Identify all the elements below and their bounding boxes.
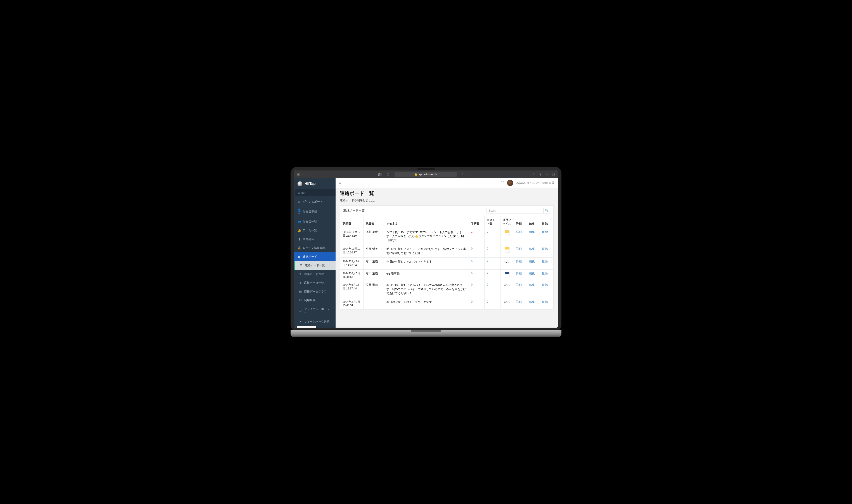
- comments-link[interactable]: 0: [487, 230, 488, 233]
- edit-link[interactable]: 編集: [529, 247, 535, 250]
- sidebar-toggle-icon[interactable]: ▣: [297, 173, 300, 176]
- file-xls-icon[interactable]: [505, 230, 509, 236]
- detail-link[interactable]: 詳細: [516, 283, 522, 286]
- cell-author: 稲田 道義: [364, 281, 384, 298]
- sidebar-item-terms[interactable]: ☑利用規約: [294, 296, 335, 305]
- url-bar[interactable]: 🔒 app.artindex.biz: [395, 172, 457, 177]
- col-delete: 削除: [540, 216, 553, 228]
- sidebar-item-employee-list[interactable]: 👥従業員一覧: [294, 217, 335, 226]
- sidebar-item-feedback[interactable]: ➤フィードバック送信: [294, 317, 335, 326]
- detail-link[interactable]: 詳細: [516, 260, 522, 263]
- sidebar-item-employee-add[interactable]: 👤+従業員登録: [294, 206, 335, 217]
- file-xls-icon[interactable]: [505, 247, 509, 253]
- sidebar-item-support-list[interactable]: ♥応援データ一覧: [294, 278, 335, 287]
- sidebar-item-board-create[interactable]: ✎連絡ボード作成: [294, 270, 335, 278]
- table-row: 2024年10月12日 16:26:37小泉 郁美明日から新しいメニューに変更に…: [341, 245, 553, 257]
- ack-link[interactable]: 0: [471, 272, 472, 275]
- cell-ack: 0: [469, 281, 485, 298]
- detail-link[interactable]: 詳細: [516, 300, 522, 303]
- ack-link[interactable]: 0: [471, 260, 472, 263]
- edit-link[interactable]: 編集: [529, 260, 535, 263]
- delete-link[interactable]: 削除: [542, 272, 548, 275]
- file-docx-icon[interactable]: [505, 272, 509, 277]
- panel-title: 連絡ボード一覧: [343, 209, 365, 213]
- cell-delete: 削除: [540, 245, 553, 257]
- sidebar-item-label: フィードバック送信: [304, 320, 330, 324]
- file-none: なし: [504, 300, 510, 303]
- new-tab-icon[interactable]: ＋: [545, 172, 549, 176]
- detail-link[interactable]: 詳細: [516, 247, 522, 250]
- cell-date: 2024年9月18日 14:26:34: [341, 257, 364, 270]
- edit-link[interactable]: 編集: [529, 300, 535, 303]
- comments-link[interactable]: 2: [487, 272, 488, 275]
- detail-link[interactable]: 詳細: [516, 231, 522, 234]
- sidebar-search-input[interactable]: [295, 189, 336, 196]
- user-plus-icon: 👤+: [298, 209, 301, 215]
- ack-link[interactable]: 0: [471, 283, 472, 286]
- cell-author: 河村 美世: [364, 228, 384, 245]
- sidebar-item-login-edit[interactable]: 🔒ログイン情報編集: [294, 244, 335, 252]
- comments-link[interactable]: 0: [487, 283, 488, 286]
- cell-comments: 0: [485, 298, 501, 309]
- reload-icon[interactable]: ↻: [462, 173, 465, 176]
- cell-detail: 詳細: [514, 281, 527, 298]
- edit-link[interactable]: 編集: [529, 231, 535, 234]
- ack-link[interactable]: 0: [471, 300, 472, 303]
- language-selector[interactable]: JA ˄: [297, 326, 316, 328]
- cell-edit: 編集: [527, 245, 540, 257]
- detail-link[interactable]: 詳細: [516, 272, 522, 275]
- hamburger-icon[interactable]: ≡: [339, 181, 341, 185]
- panel-search-button[interactable]: 🔍: [543, 208, 550, 214]
- extension-icon[interactable]: ◫: [387, 173, 389, 176]
- apps-grid-icon[interactable]: [378, 173, 381, 176]
- share-icon[interactable]: ⇪: [539, 173, 542, 176]
- delete-link[interactable]: 削除: [542, 283, 548, 286]
- sidebar-item-reviews[interactable]: 👍口コミ一覧: [294, 226, 335, 235]
- sidebar-item-board-list[interactable]: ☰連絡ボード一覧: [294, 261, 335, 270]
- sidebar-item-store-edit[interactable]: ▮店舗編集: [294, 235, 335, 244]
- comments-link[interactable]: 0: [487, 247, 488, 250]
- sidebar-item-label: 従業員一覧: [303, 220, 317, 224]
- cell-ack: 1: [469, 228, 485, 245]
- cell-memo: 6/5 議事録: [384, 270, 469, 281]
- topbar: ≡ ⛶ XXXXX ダイニング 稲田 道義: [335, 178, 558, 188]
- browser-chrome: ▣ ⌄ ‹ › ◫ 🔒 app.artindex.biz ↻ ⬇︎ ⇪: [294, 170, 558, 178]
- lock-icon: 🔒: [414, 173, 417, 176]
- sidebar-item-board[interactable]: ▦連絡ボード⌄: [294, 252, 335, 261]
- fullscreen-icon[interactable]: ⛶: [501, 181, 504, 185]
- cell-file: [501, 270, 514, 281]
- chart-icon: ▤: [299, 290, 302, 293]
- comments-link[interactable]: 2: [487, 260, 488, 263]
- edit-link[interactable]: 編集: [529, 272, 535, 275]
- cell-memo: 明日から新しいメニューに変更になります。添付ファイルを事前に確認しておいてくださ…: [384, 245, 469, 257]
- back-button[interactable]: ‹: [306, 173, 307, 176]
- delete-link[interactable]: 削除: [542, 247, 548, 250]
- sidebar-item-privacy[interactable]: 🛡プライバシーポリシー: [294, 305, 335, 317]
- avatar[interactable]: [507, 180, 513, 186]
- cell-comments: 0: [485, 245, 501, 257]
- cell-delete: 削除: [540, 298, 553, 309]
- download-icon[interactable]: ⬇︎: [533, 173, 536, 176]
- ack-link[interactable]: 0: [471, 247, 472, 250]
- dropdown-icon[interactable]: ⌄: [302, 173, 304, 176]
- tabs-icon[interactable]: ❐: [552, 173, 555, 176]
- ack-link[interactable]: 1: [471, 230, 472, 233]
- cell-detail: 詳細: [514, 298, 527, 309]
- page-title: 連絡ボード一覧: [340, 190, 554, 197]
- sidebar-item-support-graph[interactable]: ▤応援データグラフ: [294, 287, 335, 296]
- delete-link[interactable]: 削除: [542, 300, 548, 303]
- edit-link[interactable]: 編集: [529, 283, 535, 286]
- check-icon: ☑: [299, 299, 302, 302]
- sidebar-item-dashboard[interactable]: ⌂ダッシュボード: [294, 197, 335, 206]
- brand[interactable]: HiiTap: [294, 178, 335, 189]
- delete-link[interactable]: 削除: [542, 260, 548, 263]
- sidebar-item-label: 連絡ボード作成: [304, 272, 324, 276]
- comments-link[interactable]: 0: [487, 300, 488, 303]
- cell-date: 2024年10月12日 16:26:37: [341, 245, 364, 257]
- thumbs-up-icon: 👍: [298, 229, 301, 232]
- panel-search-input[interactable]: [487, 208, 543, 214]
- col-file: 添付ファイル: [501, 216, 514, 228]
- store-icon: ▮: [298, 237, 301, 241]
- cell-date: 2024年5月22日 12:37:44: [341, 281, 364, 298]
- delete-link[interactable]: 削除: [542, 231, 548, 234]
